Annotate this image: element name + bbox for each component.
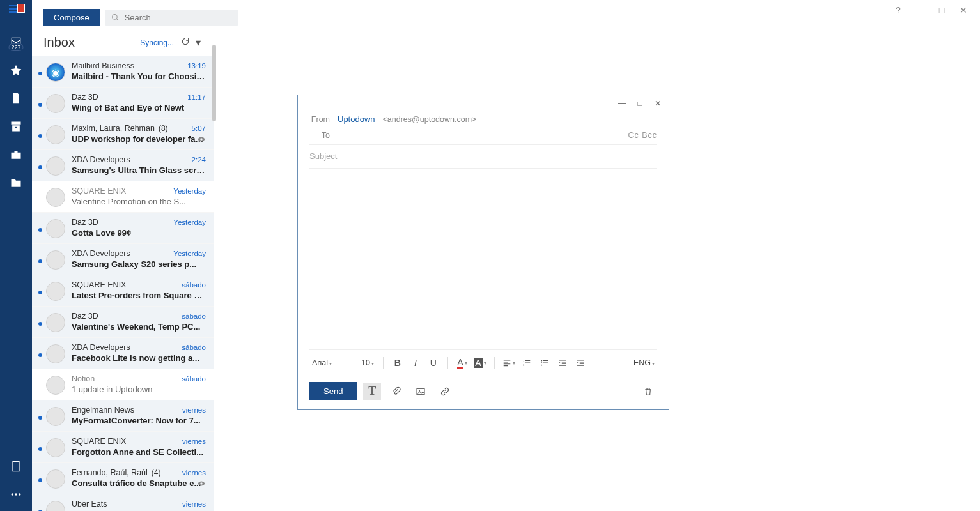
unread-dot — [38, 447, 42, 451]
message-subject: Samsung's Ultra Thin Glass scratc... — [72, 165, 206, 175]
send-button[interactable]: Send — [309, 382, 357, 400]
font-size-select[interactable]: 10 — [359, 357, 377, 369]
sync-status: Syncing... — [140, 38, 174, 47]
rail-archive-icon[interactable] — [8, 119, 24, 134]
mail-item[interactable]: Daz 3D11:17Wing of Bat and Eye of Newt — [32, 88, 214, 119]
refresh-icon[interactable] — [179, 37, 192, 49]
to-input[interactable] — [338, 130, 620, 141]
rail-file-icon[interactable] — [8, 91, 24, 106]
compose-minimize-icon[interactable]: — — [618, 99, 626, 108]
rail-folder-icon[interactable] — [8, 175, 24, 190]
rail-note-icon[interactable] — [8, 459, 24, 474]
thread-count: (4) — [152, 468, 161, 477]
mail-item[interactable]: XDA Developers2:24Samsung's Ultra Thin G… — [32, 150, 214, 181]
help-button[interactable]: ? — [893, 5, 903, 15]
svg-point-9 — [541, 365, 542, 366]
cc-bcc-toggle[interactable]: Cc Bcc — [628, 131, 657, 140]
mail-item[interactable]: Fernando, Raúl, Raúl(4)viernesConsulta t… — [32, 463, 214, 494]
mail-item[interactable]: SQUARE ENIXYesterdayValentine Promotion … — [32, 181, 214, 213]
maximize-button[interactable]: □ — [937, 5, 947, 15]
svg-text:3: 3 — [523, 364, 524, 367]
message-subject: Gotta Love 99¢ — [72, 228, 206, 238]
mail-list: ◉Mailbird Business13:19Mailbird - Thank … — [32, 56, 214, 511]
svg-point-3 — [112, 15, 117, 20]
discard-icon[interactable] — [639, 383, 657, 400]
message-time: viernes — [182, 500, 206, 508]
rail-star-icon[interactable] — [8, 63, 24, 78]
message-subject: Consulta tráfico de Snaptube e... — [72, 478, 206, 488]
compose-close-icon[interactable]: ✕ — [653, 99, 662, 108]
mail-item[interactable]: Uber Eatsviernes90% de regalo hasta el d… — [32, 494, 214, 511]
app-logo — [9, 4, 23, 18]
font-color-button[interactable]: A — [455, 355, 470, 370]
insert-image-icon[interactable] — [412, 383, 430, 400]
from-name[interactable]: Uptodown — [338, 114, 375, 124]
message-subject: Mailbird - Thank You for Choosin... — [72, 72, 206, 81]
mail-item[interactable]: SQUARE ENIXsábadoLatest Pre-orders from … — [32, 275, 214, 307]
align-button[interactable] — [501, 355, 517, 370]
insert-link-icon[interactable] — [436, 383, 454, 400]
text-format-toggle-icon[interactable]: T — [363, 383, 381, 400]
svg-point-7 — [541, 360, 542, 362]
unread-dot — [38, 385, 42, 388]
unread-dot — [38, 197, 42, 201]
bold-button[interactable]: B — [390, 355, 405, 370]
attach-icon[interactable] — [387, 383, 405, 400]
sender-avatar — [46, 125, 65, 144]
scrollbar[interactable] — [212, 45, 216, 121]
message-list-panel: Compose Inbox Syncing... ▾ ◉Mailbird Bus… — [32, 0, 214, 511]
to-label: To — [309, 131, 330, 140]
compose-maximize-icon[interactable]: □ — [635, 99, 644, 108]
message-subject: Wing of Bat and Eye of Newt — [72, 103, 206, 112]
underline-button[interactable]: U — [426, 355, 441, 370]
compose-body[interactable] — [298, 169, 669, 349]
bullet-list-button[interactable] — [537, 355, 552, 370]
unread-dot — [38, 134, 42, 138]
minimize-button[interactable]: — — [915, 5, 925, 15]
message-time: Yesterday — [173, 187, 206, 195]
sender-name: SQUARE ENIX — [72, 437, 126, 446]
unread-dot — [38, 103, 42, 107]
sender-name: SQUARE ENIX — [72, 187, 126, 195]
svg-point-1 — [15, 493, 17, 495]
message-subject: Valentine's Weekend, Temp PC... — [72, 322, 206, 332]
mail-item[interactable]: XDA DevelopersYesterdaySamsung Galaxy S2… — [32, 244, 214, 275]
mail-item[interactable]: SQUARE ENIXviernesForgotton Anne and SE … — [32, 432, 214, 463]
mail-item[interactable]: ◉Mailbird Business13:19Mailbird - Thank … — [32, 56, 214, 88]
indent-button[interactable] — [573, 355, 588, 370]
sender-avatar — [46, 313, 65, 332]
language-select[interactable]: ENG — [631, 357, 657, 369]
rail-briefcase-icon[interactable] — [8, 147, 24, 162]
italic-button[interactable]: I — [408, 355, 423, 370]
mail-item[interactable]: Notionsábado1 update in Uptodown — [32, 369, 214, 400]
sender-name: Notion — [72, 374, 95, 383]
message-time: sábado — [182, 375, 206, 383]
sender-avatar — [46, 469, 65, 489]
mail-item[interactable]: Daz 3DsábadoValentine's Weekend, Temp PC… — [32, 307, 214, 338]
search-box[interactable] — [105, 10, 238, 26]
message-subject: Forgotton Anne and SE Collecti... — [72, 447, 206, 457]
search-input[interactable] — [125, 13, 232, 22]
mail-item[interactable]: Engelmann NewsviernesMyFormatConverter: … — [32, 400, 214, 432]
mail-item[interactable]: Maxim, Laura, Rehman(8)5:07UDP workshop … — [32, 119, 214, 150]
rail-mail-icon[interactable]: 227 — [8, 34, 24, 50]
sender-name: Maxim, Laura, Rehman — [72, 124, 155, 133]
font-select[interactable]: Arial — [309, 357, 345, 369]
mail-item[interactable]: Daz 3DYesterdayGotta Love 99¢ — [32, 213, 214, 244]
sender-avatar — [46, 188, 65, 207]
folder-dropdown-icon[interactable]: ▾ — [192, 36, 205, 49]
thread-count: (8) — [159, 124, 168, 133]
unread-dot — [38, 259, 42, 263]
outdent-button[interactable] — [555, 355, 570, 370]
subject-input[interactable] — [309, 151, 657, 161]
message-time: 5:07 — [192, 125, 206, 132]
highlight-button[interactable]: A — [472, 355, 488, 370]
close-button[interactable]: ✕ — [958, 5, 968, 15]
compose-button[interactable]: Compose — [43, 9, 100, 26]
message-subject: UDP workshop for developer facin... — [72, 134, 206, 144]
rail-more-icon[interactable] — [8, 487, 24, 502]
numbered-list-button[interactable]: 123 — [519, 355, 534, 370]
mail-item[interactable]: XDA DeveloperssábadoFacebook Lite is now… — [32, 338, 214, 369]
unread-dot — [38, 228, 42, 232]
message-time: sábado — [182, 312, 206, 320]
